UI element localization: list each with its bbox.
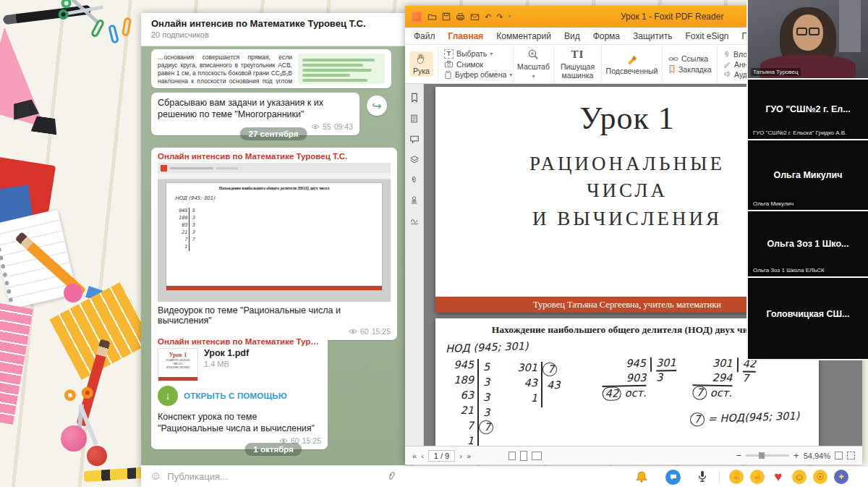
post-input[interactable] <box>167 471 380 482</box>
comments-panel-icon[interactable] <box>409 135 420 144</box>
menu-protect[interactable]: Защитить <box>633 31 672 41</box>
emoji-icon[interactable]: ☺ <box>150 470 161 483</box>
bookmark-button[interactable]: Закладка <box>668 64 712 74</box>
typewriter-icon: TI <box>571 48 584 61</box>
menu-view[interactable]: Вид <box>564 31 580 41</box>
microphone-button[interactable] <box>696 470 709 483</box>
clipboard-icon <box>444 70 452 80</box>
open-with-button[interactable]: ОТКРЫТЬ С ПОМОЩЬЮ <box>184 391 287 400</box>
highlight-button[interactable]: Подсвеченный <box>606 53 658 75</box>
menu-comment[interactable]: Комментарий <box>496 31 551 41</box>
snapshot-button[interactable]: Снимок <box>444 60 483 69</box>
message-math: …основания совершается прямая, если ради… <box>151 49 391 88</box>
participant-tile[interactable]: ГУО "СШ№2 г. Ел... ГУО "СШ№2 г. Ельска" … <box>748 80 868 140</box>
file-thumbnail[interactable]: Урок 1 РАЦИОНАЛЬНЫЕ ЧИСЛА И ВЫЧИСЛЕНИЯ <box>158 348 198 381</box>
link-button[interactable]: Ссылка <box>668 54 708 63</box>
zoom-slider[interactable] <box>746 454 789 457</box>
highlighted-formula-block <box>298 54 385 84</box>
slide-red-bar <box>166 286 382 290</box>
continuous-view-icon[interactable] <box>520 451 527 461</box>
long-division-1: 945 903 42 ост. 301 3 <box>602 357 676 373</box>
hand-tool-group: Рука <box>405 45 438 83</box>
gcd-result: 7 = НОД(945; 301) <box>690 409 800 426</box>
party-reaction[interactable]: ✦ <box>834 470 848 484</box>
mail-icon[interactable] <box>470 13 480 21</box>
message-math-text: …основания совершается прямая, если ради… <box>158 54 292 84</box>
first-page-button[interactable]: « <box>412 452 417 460</box>
file-size: 1.4 MB <box>204 360 249 368</box>
link-icon <box>668 56 678 62</box>
bottom-toolbar: ✌ ☝ ♥ ☺ ☉ ✦ <box>405 466 868 487</box>
zoom-out-button[interactable]: − <box>736 450 742 461</box>
print-icon[interactable] <box>456 12 465 21</box>
menu-form[interactable]: Форма <box>593 31 620 41</box>
message-channel-name[interactable]: Онлайн интенсив по Математике Туровец Т.… <box>158 152 391 161</box>
pages-panel-icon[interactable] <box>409 114 419 124</box>
telegram-window: Онлайн интенсив по Математике Туровец Т.… <box>141 13 406 487</box>
bookmarks-panel-icon[interactable] <box>410 93 419 103</box>
chat-button[interactable] <box>665 470 681 485</box>
message-file-caption: Конспект урока по теме "Рациональные чис… <box>158 411 321 435</box>
participant-tile[interactable]: Ольга Микулич Ольга Микулич <box>748 140 868 211</box>
participant-glasses <box>796 27 820 35</box>
thumbs-up-reaction[interactable]: ☝ <box>750 470 765 484</box>
slide-screenshot[interactable]: Нахождение наибольшего общего делителя (… <box>158 163 391 302</box>
participant-tile[interactable]: Ольга Зоз 1 Шко... Ольга Зоз 1 Школа ЕЛЬ… <box>748 211 868 278</box>
redo-icon[interactable]: ↷ <box>496 13 503 21</box>
factorization-945: 9455 1893 633 213 77 1 <box>447 359 493 446</box>
typewriter-button[interactable]: TI Пишущая машинка <box>557 48 599 80</box>
zoom-button[interactable]: Масштаб ▾ <box>516 48 550 80</box>
fullscreen-icon[interactable] <box>847 452 855 460</box>
prev-page-button[interactable]: ‹ <box>421 452 424 460</box>
page-indicator[interactable]: 1 / 9 <box>428 450 455 462</box>
last-page-button[interactable]: » <box>467 452 471 460</box>
next-page-button[interactable]: › <box>459 452 462 460</box>
notification-bell-button[interactable] <box>635 470 648 483</box>
slide-title: Нахождение наибольшего общего делителя (… <box>166 186 382 190</box>
zoom-slider-knob[interactable] <box>759 452 765 459</box>
share-button[interactable]: ↪ <box>367 96 387 116</box>
download-button[interactable]: ↓ <box>158 386 178 406</box>
zoom-in-button[interactable]: + <box>793 450 799 461</box>
attach-paperclip-icon[interactable] <box>384 468 399 484</box>
speaker-icon <box>723 70 731 78</box>
paperclip-icon <box>723 50 731 59</box>
menu-file[interactable]: Файл <box>414 31 435 41</box>
channel-header[interactable]: Онлайн интенсив по Математике Туровец Т.… <box>141 13 406 46</box>
surprise-reaction[interactable]: ☉ <box>813 470 827 484</box>
views-eye-icon <box>311 124 320 130</box>
zoom-participants-panel: Татьяна Туровец ГУО "СШ№2 г. Ел... ГУО "… <box>746 0 868 360</box>
attachments-panel-icon[interactable] <box>410 175 418 185</box>
quick-access-dropdown-icon[interactable]: ▾ <box>508 14 511 20</box>
zoom-level[interactable]: 54,94% <box>804 452 830 460</box>
date-chip[interactable]: 27 сентября <box>240 127 307 140</box>
open-folder-icon[interactable] <box>427 12 437 21</box>
message-file-time: 15:25 <box>302 436 321 445</box>
hand-tool-button[interactable]: Рука <box>409 51 433 77</box>
message-video-caption: Видеоурок по теме "Рациональные числа и … <box>158 305 391 326</box>
participant-video-tile[interactable]: Татьяна Туровец <box>748 0 868 80</box>
participant-tile[interactable]: Головчицкая СШ... <box>748 278 868 350</box>
file-name[interactable]: Урок 1.pdf <box>204 348 249 358</box>
slide-factorization: 9455 1893 633 213 77 1 <box>176 208 195 251</box>
undo-icon[interactable]: ↶ <box>485 13 491 21</box>
message-channel-name[interactable]: Онлайн интенсив по Математике Туровец Т.… <box>158 337 321 346</box>
fit-width-icon[interactable] <box>835 452 843 460</box>
clipboard-button[interactable]: Буфер обмена▾ <box>444 70 512 80</box>
stamp-panel-icon[interactable] <box>409 195 419 205</box>
single-page-view-icon[interactable] <box>509 452 516 460</box>
date-chip[interactable]: 1 октября <box>244 443 302 456</box>
heart-reaction[interactable]: ♥ <box>771 470 786 484</box>
signature-panel-icon[interactable] <box>409 216 420 225</box>
clap-reaction[interactable]: ✌ <box>729 470 744 484</box>
select-text-icon: Т <box>444 49 454 59</box>
slide-nod-label: НОД (945; 301) <box>175 195 215 201</box>
layers-panel-icon[interactable] <box>409 155 420 164</box>
participant-name-label: ГУО "СШ№2 г. Ельска" Гридко А.В. <box>751 129 848 137</box>
facing-view-icon[interactable] <box>532 452 542 460</box>
smile-reaction[interactable]: ☺ <box>792 470 807 484</box>
menu-esign[interactable]: Foxit eSign <box>686 31 729 41</box>
save-icon[interactable] <box>442 12 451 21</box>
menu-home[interactable]: Главная <box>448 31 484 41</box>
select-tool-button[interactable]: ТВыбрать▾ <box>444 49 493 59</box>
